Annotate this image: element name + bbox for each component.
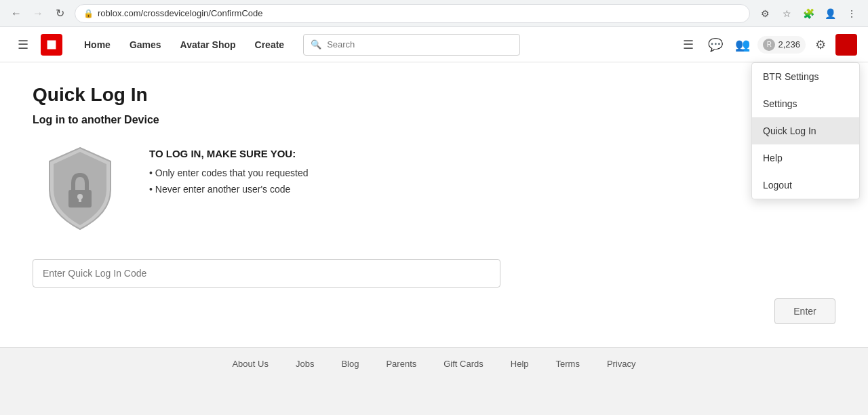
extensions-button[interactable]: ⚙ — [755, 4, 774, 23]
nav-create[interactable]: Create — [247, 34, 293, 56]
svg-rect-2 — [79, 197, 81, 202]
page-wrapper: ← → ↻ 🔒 roblox.com/crossdevicelogin/Conf… — [0, 0, 868, 380]
instructions: TO LOG IN, MAKE SURE YOU: Only enter cod… — [149, 142, 309, 195]
extension-btn[interactable]: 🧩 — [799, 4, 818, 23]
roblox-navbar: ☰ Home Games Avatar Shop Create 🔍 ☰ 💬 👥 … — [0, 27, 868, 62]
enter-button-container: Enter — [368, 298, 835, 324]
search-icon: 🔍 — [311, 39, 321, 50]
feed-button[interactable]: ☰ — [676, 33, 701, 57]
browser-chrome: ← → ↻ 🔒 roblox.com/crossdevicelogin/Conf… — [0, 0, 868, 27]
enter-button[interactable]: Enter — [774, 298, 835, 324]
instructions-list: Only enter codes that you requested Neve… — [149, 167, 309, 195]
url-text: roblox.com/crossdevicelogin/ConfirmCode — [98, 8, 263, 18]
instruction-item-1: Only enter codes that you requested — [149, 167, 309, 178]
footer-jobs[interactable]: Jobs — [296, 359, 314, 369]
nav-links: Home Games Avatar Shop Create — [76, 34, 292, 56]
forward-button[interactable]: → — [28, 4, 47, 23]
dropdown-logout[interactable]: Logout — [752, 172, 859, 199]
instruction-item-2: Never enter another user's code — [149, 184, 309, 195]
dropdown-settings[interactable]: Settings — [752, 90, 859, 117]
search-box[interactable]: 🔍 — [303, 34, 520, 56]
login-content: TO LOG IN, MAKE SURE YOU: Only enter cod… — [33, 142, 835, 237]
lock-icon: 🔒 — [83, 9, 94, 18]
address-bar[interactable]: 🔒 roblox.com/crossdevicelogin/ConfirmCod… — [75, 4, 750, 23]
hamburger-menu[interactable]: ☰ — [11, 33, 35, 57]
settings-button[interactable]: ⚙ — [808, 33, 833, 57]
instructions-title: TO LOG IN, MAKE SURE YOU: — [149, 148, 309, 159]
robux-icon: R — [763, 39, 775, 51]
robux-display[interactable]: R 2,236 — [757, 36, 806, 54]
main-content: Quick Log In Log in to another Device — [0, 62, 868, 347]
roblox-logo-svg — [44, 37, 59, 52]
search-input[interactable] — [327, 39, 513, 50]
page-subtitle: Log in to another Device — [33, 114, 835, 126]
footer-gift-cards[interactable]: Gift Cards — [443, 359, 484, 369]
chat-button[interactable]: 💬 — [703, 33, 728, 57]
footer-blog[interactable]: Blog — [341, 359, 359, 369]
shield-icon-container — [33, 142, 127, 237]
browser-actions: ⚙ ☆ 🧩 👤 ⋮ — [755, 4, 861, 23]
nav-avatar-shop[interactable]: Avatar Shop — [172, 34, 244, 56]
dropdown-btr-settings[interactable]: BTR Settings — [752, 63, 859, 90]
footer: About Us Jobs Blog Parents Gift Cards He… — [0, 347, 868, 380]
dropdown-quick-log-in[interactable]: Quick Log In — [752, 117, 859, 144]
footer-privacy[interactable]: Privacy — [607, 359, 636, 369]
shield-icon — [36, 142, 124, 237]
browser-nav-buttons: ← → ↻ — [7, 4, 69, 23]
back-button[interactable]: ← — [7, 4, 26, 23]
quick-login-code-input[interactable] — [33, 259, 500, 288]
footer-terms[interactable]: Terms — [556, 359, 580, 369]
footer-help[interactable]: Help — [511, 359, 529, 369]
nav-right: ☰ 💬 👥 R 2,236 ⚙ — [676, 33, 857, 57]
roblox-logo[interactable] — [41, 34, 62, 56]
nav-games[interactable]: Games — [121, 34, 170, 56]
code-input-container — [33, 259, 835, 288]
dropdown-menu: BTR Settings Settings Quick Log In Help … — [751, 62, 860, 199]
robux-amount: 2,236 — [778, 39, 800, 50]
footer-parents[interactable]: Parents — [386, 359, 416, 369]
page-title: Quick Log In — [33, 84, 835, 106]
nav-home[interactable]: Home — [76, 34, 119, 56]
footer-about-us[interactable]: About Us — [232, 359, 268, 369]
dropdown-help[interactable]: Help — [752, 144, 859, 172]
avatar-button[interactable] — [835, 34, 857, 56]
profile-btn[interactable]: 👤 — [821, 4, 840, 23]
reload-button[interactable]: ↻ — [50, 4, 69, 23]
friends-button[interactable]: 👥 — [730, 33, 755, 57]
menu-button[interactable]: ⋮ — [842, 4, 861, 23]
star-button[interactable]: ☆ — [777, 4, 796, 23]
